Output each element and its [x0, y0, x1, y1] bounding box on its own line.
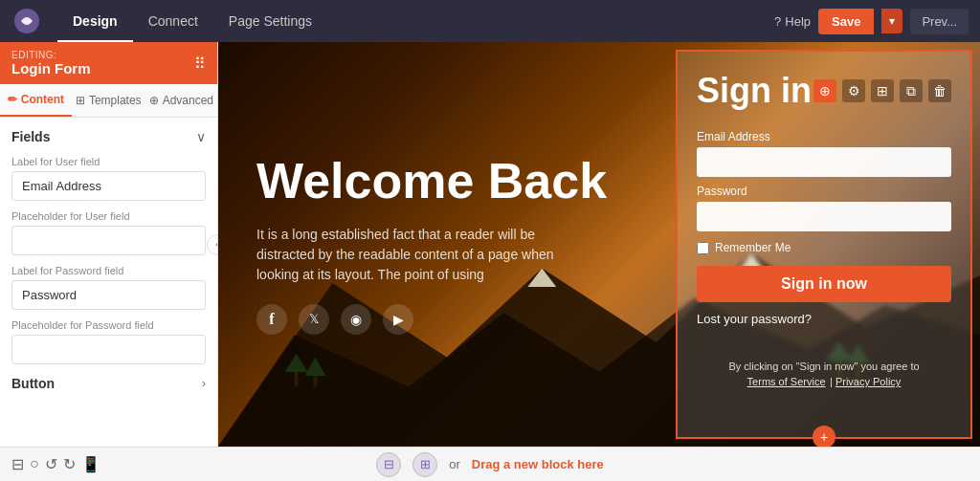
privacy-policy-link[interactable]: Privacy Policy — [835, 376, 901, 387]
social-icons-row: f 𝕏 ◉ ▶ — [256, 304, 637, 335]
canvas-area: Welcome Back It is a long established fa… — [218, 42, 980, 447]
password-field-label-text: Label for Password field — [11, 265, 206, 276]
save-button[interactable]: Save — [818, 9, 874, 34]
preview-button[interactable]: Prev... — [910, 9, 969, 34]
remember-checkbox[interactable] — [697, 242, 709, 254]
top-navigation: Design Connect Page Settings ? Help Save… — [0, 0, 980, 42]
sidebar-header-left: EDITING: Login Form — [11, 50, 91, 77]
signin-title-row: Sign in ⊕ ⚙ ⊞ ⧉ 🗑 — [697, 71, 951, 111]
panel-footer: By clicking on "Sign in now" you agree t… — [697, 345, 951, 389]
save-dropdown-button[interactable]: ▾ — [881, 9, 902, 33]
signin-title: Sign in — [697, 71, 812, 111]
twitter-icon[interactable]: 𝕏 — [299, 304, 329, 335]
lost-password-link[interactable]: Lost your password? — [697, 312, 951, 326]
password-placeholder-input[interactable] — [11, 335, 206, 364]
sidebar-tab-templates[interactable]: ⊞ Templates — [72, 84, 145, 117]
sidebar-tab-advanced[interactable]: ⊕ Advanced — [145, 84, 217, 117]
button-section-header[interactable]: Button › — [11, 376, 206, 391]
chevron-right-icon: › — [202, 377, 206, 390]
sidebar: EDITING: Login Form ⠿ ✏ Content ⊞ Templa… — [0, 42, 218, 447]
drag-text[interactable]: Drag a new block here — [472, 457, 604, 471]
block-icon-2[interactable]: ⊞ — [412, 452, 437, 477]
youtube-icon[interactable]: ▶ — [383, 304, 413, 335]
password-form-input[interactable] — [697, 202, 951, 231]
editing-label: EDITING: — [11, 50, 91, 60]
bottom-tools-left: ⊟ ○ ↺ ↻ 📱 — [11, 455, 100, 473]
move-icon[interactable]: ⊕ — [813, 79, 836, 102]
editing-title: Login Form — [11, 60, 91, 77]
button-section-title: Button — [11, 376, 55, 391]
remember-row: Remember Me — [697, 241, 951, 254]
add-block-icon[interactable]: + — [813, 426, 835, 447]
grid-icon[interactable]: ⠿ — [194, 55, 206, 73]
password-field-input[interactable] — [11, 280, 206, 310]
nav-tabs: Design Connect Page Settings — [57, 0, 774, 42]
footer-text: By clicking on "Sign in now" you agree t… — [697, 361, 951, 372]
help-icon: ? — [774, 14, 781, 29]
bottom-tool-3[interactable]: ↺ — [45, 455, 57, 473]
layout-icon[interactable]: ⊞ — [871, 79, 894, 102]
welcome-description: It is a long established fact that a rea… — [256, 225, 582, 285]
email-form-label: Email Address — [697, 130, 951, 143]
fields-section-header: Fields ∨ — [11, 129, 206, 144]
delete-icon[interactable]: 🗑 — [928, 79, 951, 102]
template-icon: ⊞ — [76, 94, 85, 107]
tab-page-settings[interactable]: Page Settings — [213, 0, 327, 42]
sidebar-tabs: ✏ Content ⊞ Templates ⊕ Advanced — [0, 84, 217, 118]
tab-connect[interactable]: Connect — [133, 0, 213, 42]
signin-panel: Sign in ⊕ ⚙ ⊞ ⧉ 🗑 Email Address Password — [676, 50, 972, 439]
welcome-title: Welcome Back — [256, 154, 637, 208]
bottom-toolbar: ⊟ ○ ↺ ↻ 📱 ⊟ ⊞ or Drag a new block here — [0, 447, 980, 481]
block-icon-1[interactable]: ⊟ — [376, 452, 401, 477]
user-placeholder-input[interactable] — [11, 226, 206, 255]
user-placeholder-label-text: Placeholder for User field — [11, 210, 206, 222]
left-content-panel: Welcome Back It is a long established fa… — [218, 42, 676, 447]
app-logo — [11, 6, 42, 36]
bottom-tool-4[interactable]: ↻ — [63, 455, 76, 473]
bottom-tool-1[interactable]: ⊟ — [11, 455, 24, 473]
signin-button[interactable]: Sign in now — [697, 266, 951, 302]
signin-toolbar-icons: ⊕ ⚙ ⊞ ⧉ 🗑 — [813, 79, 951, 102]
footer-links: Terms of Service | Privacy Policy — [697, 372, 951, 389]
password-placeholder-label-text: Placeholder for Password field — [11, 319, 206, 331]
bottom-tool-2[interactable]: ○ — [30, 455, 39, 473]
advanced-icon: ⊕ — [149, 94, 159, 107]
terms-of-service-link[interactable]: Terms of Service — [747, 376, 826, 387]
drag-or-text: or — [449, 457, 460, 471]
sidebar-content: Fields ∨ Label for User field Placeholde… — [0, 118, 217, 447]
help-button[interactable]: ? Help — [774, 14, 811, 29]
facebook-icon[interactable]: f — [256, 304, 287, 335]
main-layout: EDITING: Login Form ⠿ ✏ Content ⊞ Templa… — [0, 42, 980, 447]
user-field-input[interactable] — [11, 171, 206, 201]
canvas-background: Welcome Back It is a long established fa… — [218, 42, 980, 447]
fields-section-title: Fields — [11, 129, 50, 144]
email-form-input[interactable] — [697, 147, 951, 177]
sidebar-tab-content[interactable]: ✏ Content — [0, 84, 72, 117]
sidebar-header: EDITING: Login Form ⠿ — [0, 42, 217, 84]
instagram-icon[interactable]: ◉ — [341, 304, 371, 335]
bottom-tool-5[interactable]: 📱 — [81, 455, 100, 473]
tab-design[interactable]: Design — [57, 0, 133, 42]
nav-right-actions: ? Help Save ▾ Prev... — [774, 9, 969, 34]
user-field-label-text: Label for User field — [11, 156, 206, 167]
duplicate-icon[interactable]: ⧉ — [900, 79, 923, 102]
password-form-label: Password — [697, 185, 951, 198]
remember-label: Remember Me — [715, 241, 791, 254]
settings-icon[interactable]: ⚙ — [842, 79, 865, 102]
fields-toggle[interactable]: ∨ — [196, 129, 206, 144]
pencil-icon: ✏ — [8, 93, 17, 106]
